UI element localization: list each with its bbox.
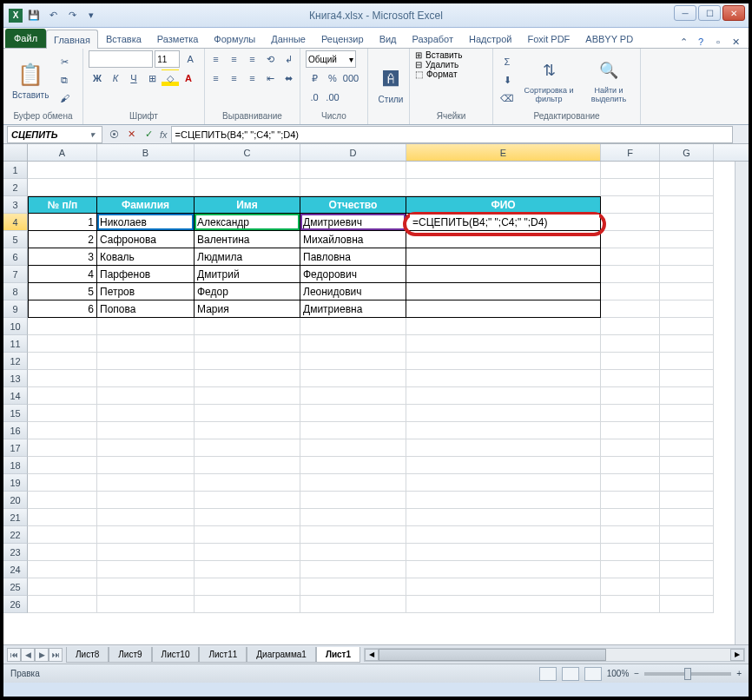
border-icon[interactable]: ⊞ <box>143 69 161 87</box>
align-center-icon[interactable]: ≡ <box>226 69 243 87</box>
tab-addins[interactable]: Надстрой <box>461 29 519 48</box>
cell[interactable] <box>195 492 300 509</box>
cell[interactable] <box>601 370 660 387</box>
zoom-slider[interactable] <box>644 672 731 676</box>
cell[interactable] <box>195 561 300 578</box>
row-header[interactable]: 26 <box>3 596 28 613</box>
increase-decimal-icon[interactable]: .0 <box>306 89 323 106</box>
cell[interactable] <box>300 439 406 457</box>
cell[interactable] <box>300 353 406 370</box>
cell[interactable] <box>406 405 601 422</box>
cell[interactable] <box>601 509 660 526</box>
cell[interactable] <box>660 457 714 474</box>
cell[interactable] <box>601 457 660 474</box>
cell[interactable]: Федорович <box>300 266 406 283</box>
cell[interactable] <box>195 387 300 405</box>
row-header[interactable]: 14 <box>3 387 28 405</box>
cell[interactable] <box>28 179 97 196</box>
align-left-icon[interactable]: ≡ <box>208 69 225 87</box>
cell[interactable] <box>28 526 97 544</box>
row-header[interactable]: 16 <box>3 422 28 439</box>
cell[interactable] <box>28 162 97 179</box>
cell[interactable] <box>97 492 195 509</box>
cell[interactable] <box>406 231 601 248</box>
cell[interactable] <box>195 439 300 457</box>
cell[interactable] <box>660 318 714 335</box>
cell[interactable]: Мария <box>195 300 300 318</box>
cell[interactable]: 4 <box>28 266 97 283</box>
close-button[interactable]: ✕ <box>722 5 745 21</box>
minimize-button[interactable]: ─ <box>674 5 696 21</box>
cell[interactable] <box>660 544 714 561</box>
styles-button[interactable]: 🅰 Стили <box>373 63 408 106</box>
fx-icon[interactable]: fx <box>160 129 168 140</box>
cell[interactable] <box>660 509 714 526</box>
cell[interactable] <box>601 248 660 266</box>
cell[interactable] <box>195 405 300 422</box>
italic-icon[interactable]: К <box>107 69 124 87</box>
cell[interactable] <box>660 405 714 422</box>
col-header-a[interactable]: A <box>28 144 97 161</box>
align-bottom-icon[interactable]: ≡ <box>244 50 261 68</box>
cell[interactable] <box>300 578 406 596</box>
cell[interactable] <box>660 439 714 457</box>
cell[interactable] <box>406 439 601 457</box>
cell[interactable]: Леонидович <box>300 283 406 300</box>
cell[interactable] <box>406 353 601 370</box>
col-header-e[interactable]: E <box>406 144 601 161</box>
cell[interactable] <box>601 162 660 179</box>
cell[interactable]: ФИО <box>406 196 601 214</box>
cell[interactable] <box>97 509 195 526</box>
font-family-select[interactable] <box>89 50 153 68</box>
row-header[interactable]: 23 <box>3 544 28 561</box>
cell[interactable] <box>300 457 406 474</box>
zoom-out-icon[interactable]: − <box>634 669 639 678</box>
cell[interactable]: Людмила <box>195 248 300 266</box>
redo-icon[interactable]: ↷ <box>64 8 80 23</box>
sheet-tab[interactable]: Лист1 <box>316 647 360 663</box>
fill-color-icon[interactable]: ◇ <box>162 69 179 87</box>
row-header[interactable]: 6 <box>3 248 28 266</box>
zoom-in-icon[interactable]: + <box>736 669 742 678</box>
cell[interactable] <box>300 162 406 179</box>
bold-icon[interactable]: Ж <box>89 69 106 87</box>
name-box[interactable]: СЦЕПИТЬ ▾ <box>7 126 102 143</box>
cell[interactable] <box>660 231 714 248</box>
cell[interactable] <box>601 596 660 613</box>
cell[interactable] <box>406 457 601 474</box>
cell[interactable] <box>406 335 601 353</box>
cell[interactable] <box>406 318 601 335</box>
cell[interactable] <box>300 526 406 544</box>
cell[interactable] <box>660 335 714 353</box>
sheet-tab[interactable]: Лист11 <box>199 647 247 663</box>
comma-icon[interactable]: 000 <box>342 69 360 87</box>
row-header[interactable]: 12 <box>3 353 28 370</box>
cell[interactable] <box>601 266 660 283</box>
row-header[interactable]: 7 <box>3 266 28 283</box>
cell[interactable] <box>660 248 714 266</box>
cell[interactable] <box>195 162 300 179</box>
row-header[interactable]: 3 <box>3 196 28 214</box>
cell[interactable] <box>660 214 714 231</box>
col-header-f[interactable]: F <box>601 144 660 161</box>
sheet-nav-prev-icon[interactable]: ◀ <box>21 648 35 662</box>
row-header[interactable]: 5 <box>3 231 28 248</box>
cell[interactable] <box>601 405 660 422</box>
doc-close-icon[interactable]: ✕ <box>729 36 742 48</box>
font-size-select[interactable]: 11 <box>155 50 180 68</box>
underline-icon[interactable]: Ч <box>125 69 142 87</box>
format-painter-icon[interactable]: 🖌 <box>56 89 73 107</box>
horizontal-scrollbar[interactable]: ◀ ▶ <box>364 648 745 662</box>
save-icon[interactable]: 💾 <box>26 8 42 23</box>
cell[interactable] <box>97 439 195 457</box>
sort-filter-button[interactable]: ⇅ Сортировка и фильтр <box>519 55 578 105</box>
tab-view[interactable]: Вид <box>372 29 405 48</box>
cell[interactable] <box>660 526 714 544</box>
decrease-decimal-icon[interactable]: .00 <box>324 89 341 106</box>
cells-delete-button[interactable]: ⊟Удалить <box>415 60 487 69</box>
cell[interactable] <box>300 474 406 492</box>
cell[interactable] <box>601 214 660 231</box>
cell[interactable] <box>195 457 300 474</box>
row-header[interactable]: 20 <box>3 492 28 509</box>
cell[interactable] <box>97 387 195 405</box>
